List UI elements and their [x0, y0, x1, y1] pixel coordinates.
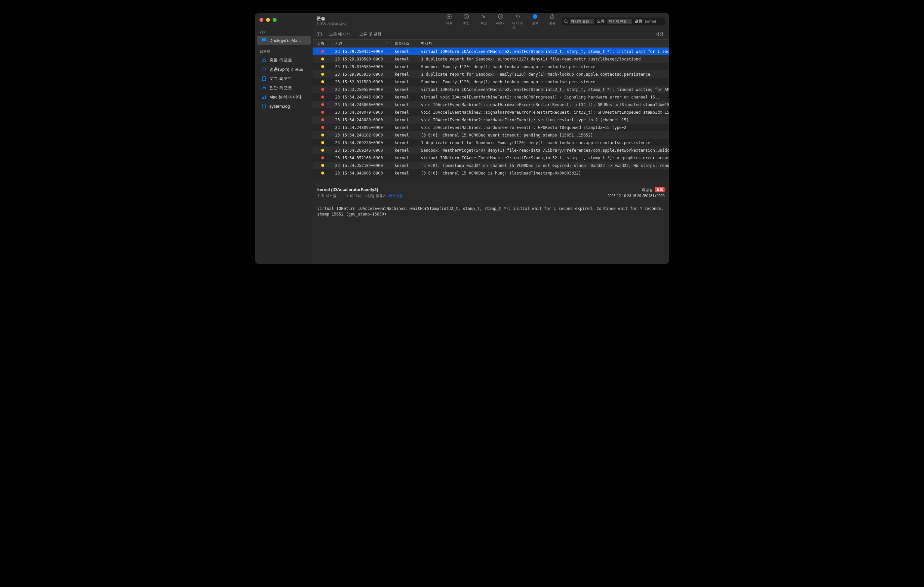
severity-cell [313, 103, 332, 106]
log-table-body[interactable]: 23:15:29.250431+0900kernelvirtual IORetu… [313, 48, 669, 183]
log-row[interactable]: 23:15:34.248089+0900kernelvoid IOAccelEv… [313, 116, 669, 124]
log-row[interactable]: 23:15:34.248079+0900kernelvoid IOAccelEv… [313, 109, 669, 116]
share-button[interactable]: 공유 [546, 13, 558, 25]
log-row[interactable]: 23:15:34.269238+0900kernel1 duplicate re… [313, 139, 669, 147]
start-button[interactable]: 시작 [444, 13, 455, 25]
process-cell: kernel [392, 102, 418, 107]
share-icon [549, 13, 555, 20]
sidebar-item-label: Mac 분석 데이터 [269, 94, 301, 100]
message-cell: virtual IOReturn IOAccelEventMachine2::w… [418, 49, 669, 54]
severity-cell [313, 156, 332, 159]
log-row[interactable]: 23:15:34.269246+0900kernelSandbox: Weath… [313, 147, 669, 154]
log-row[interactable]: 23:15:29.810580+0900kernel1 duplicate re… [313, 55, 669, 63]
detail-severity-badge: 결함 [655, 187, 665, 192]
time-cell: 23:15:32.811589+0900 [332, 80, 392, 84]
severity-cell [313, 65, 332, 68]
sidebar-system-log[interactable]: system.log [257, 102, 311, 110]
sidebar-log-reports[interactable]: 로그 리포트 [257, 74, 311, 83]
save-button[interactable]: 저장 [653, 31, 666, 38]
message-cell: [3:0:0]: channel 15 VCN0Dec event timeou… [418, 133, 669, 137]
sidebar-mac-analytics[interactable]: Mac 분석 데이터 [257, 92, 311, 102]
message-cell: void IOAccelEventMachine2::signalHardwar… [418, 102, 669, 107]
log-row[interactable]: 23:15:34.352184+0900kernel[3:0:0]: Times… [313, 162, 669, 169]
play-icon [446, 13, 452, 20]
toolbar-label: 지우기 [496, 21, 506, 25]
svg-rect-7 [263, 97, 264, 99]
log-row[interactable]: 23:15:29.965935+0900kernel1 duplicate re… [313, 70, 669, 78]
chevron-down-icon: ⌄ [590, 20, 592, 23]
log-row[interactable]: 23:15:34.248066+0900kernelvoid IOAccelEv… [313, 101, 669, 109]
close-icon[interactable] [259, 18, 263, 22]
severity-cell [313, 88, 332, 91]
info-button[interactable]: i 정보 [530, 13, 541, 25]
log-row[interactable]: 23:15:29.810585+0900kernelSandbox: Famil… [313, 63, 669, 70]
time-cell: 23:15:34.248102+0900 [332, 133, 392, 137]
log-row[interactable]: 23:15:33.250550+0900kernelvirtual IORetu… [313, 86, 669, 93]
log-row[interactable]: 23:15:34.248102+0900kernel[3:0:0]: chann… [313, 131, 669, 139]
minimize-icon[interactable] [266, 18, 270, 22]
time-cell: 23:15:29.810585+0900 [332, 64, 392, 69]
reload-button[interactable]: 다시 로드 [512, 13, 523, 30]
filter-pill-2[interactable]: 메시지 유형⌄ [607, 19, 632, 24]
sidebar-header-reports: 리포트 [255, 47, 313, 56]
log-row[interactable]: 23:15:34.248095+0900kernelvoid IOAccelEv… [313, 124, 669, 131]
process-cell: kernel [392, 163, 418, 168]
tab-all-messages[interactable]: 모든 메시지 [327, 30, 353, 38]
process-cell: kernel [392, 49, 418, 54]
process-cell: kernel [392, 87, 418, 92]
column-type[interactable]: 유형 [313, 40, 332, 47]
message-cell: virtual IOReturn IOAccelEventMachine2::w… [418, 156, 669, 160]
time-cell: 23:15:29.965935+0900 [332, 72, 392, 77]
filter-label-fault: 결함 [633, 18, 644, 24]
log-row[interactable]: 23:15:34.848605+0900kernel[3:0:0]: chann… [313, 169, 669, 177]
sidebar-header-devices: 기기 [255, 28, 313, 36]
column-message[interactable]: 메시지 [418, 41, 669, 46]
detail-details-link[interactable]: 세부사항 [388, 193, 403, 198]
time-cell: 23:15:34.269246+0900 [332, 148, 392, 153]
severity-dot-icon [321, 126, 324, 129]
analytics-icon [261, 94, 267, 100]
detail-message-body[interactable]: virtual IOReturn IOAccelEventMachine2::w… [313, 201, 669, 264]
process-cell: kernel [392, 72, 418, 77]
sidebar-diagnostic-reports[interactable]: 진단 리포트 [257, 83, 311, 92]
file-icon [261, 104, 267, 109]
log-row[interactable]: 23:15:34.248045+0900kernelvirtual void I… [313, 93, 669, 101]
message-cell: 1 duplicate report for Sandbox: Family(1… [418, 140, 669, 145]
message-cell: virtual void IOAccelEventMachineFast2::c… [418, 95, 669, 99]
filter-label-error: 오류 [596, 18, 606, 24]
filter-pill-1[interactable]: 메시지 유형⌄ [570, 19, 594, 24]
action-button[interactable]: 작업 [478, 13, 489, 25]
tab-errors-faults[interactable]: 오류 및 결함 [356, 30, 384, 38]
toolbar-label: 시작 [446, 21, 452, 25]
process-cell: kernel [392, 140, 418, 145]
sidebar-toggle-icon[interactable] [316, 31, 323, 38]
log-row[interactable]: 23:15:32.811589+0900kernelSandbox: Famil… [313, 78, 669, 86]
column-process[interactable]: 프로세스 [392, 40, 418, 47]
sidebar: 기기 Deokgyu's iMa... 리포트 충돌 리포트 멈춤(Spin) … [255, 13, 313, 264]
sidebar-crash-reports[interactable]: 충돌 리포트 [257, 56, 311, 65]
sidebar-device-item[interactable]: Deokgyu's iMa... [257, 36, 311, 45]
search-field[interactable]: 메시지 유형⌄ 오류 메시지 유형⌄ 결함 [562, 18, 665, 25]
clear-icon [498, 13, 504, 20]
process-cell: kernel [392, 95, 418, 99]
toolbar-label: 다시 로드 [512, 21, 523, 30]
column-time[interactable]: 시간 ⌃ [332, 40, 392, 47]
zoom-icon[interactable] [273, 18, 277, 22]
log-row[interactable]: 23:15:29.250431+0900kernelvirtual IORetu… [313, 48, 669, 55]
sub-toolbar: 모든 메시지 오류 및 결함 저장 [313, 29, 669, 40]
toolbar-label: 작업 [480, 21, 487, 25]
log-row[interactable]: 23:15:34.352166+0900kernelvirtual IORetu… [313, 154, 669, 162]
message-cell: [3:0:0]: Timestamp 0x3d24 on channel 15 … [418, 163, 669, 168]
recent-button[interactable]: 최신 [461, 13, 472, 25]
severity-dot-icon [321, 111, 324, 114]
severity-cell [313, 96, 332, 99]
message-cell: [3:0:0]: channel 15 VCN0Dec is hung! (la… [418, 171, 669, 175]
sidebar-spin-reports[interactable]: 멈춤(Spin) 리포트 [257, 65, 311, 74]
severity-dot-icon [321, 149, 324, 152]
severity-dot-icon [321, 50, 324, 53]
search-input[interactable] [645, 19, 663, 24]
sidebar-item-label: Deokgyu's iMa... [269, 38, 301, 43]
clear-button[interactable]: 지우기 [495, 13, 506, 25]
time-cell: 23:15:34.352184+0900 [332, 163, 392, 168]
search-icon [564, 19, 568, 24]
